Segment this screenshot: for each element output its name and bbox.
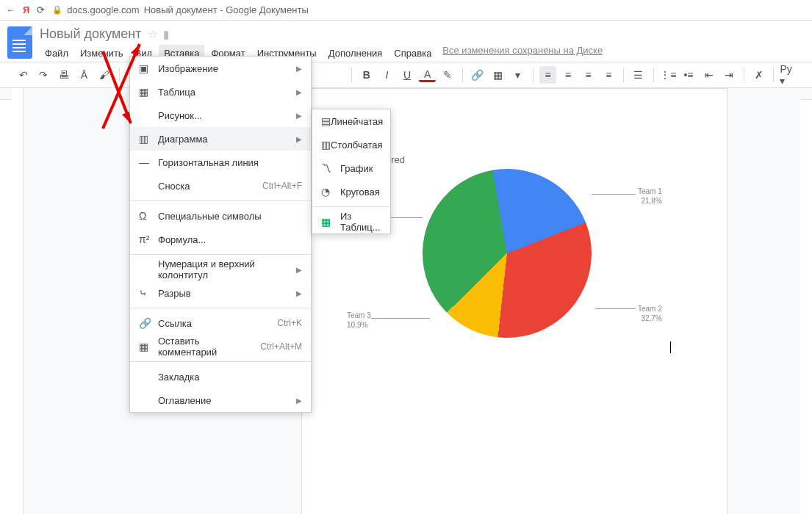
insert-headers[interactable]: Нумерация и верхний колонтитул▶ — [130, 258, 311, 281]
undo-icon[interactable]: ↶ — [15, 66, 32, 84]
outdent-icon[interactable]: ⇤ — [700, 66, 718, 84]
chart-pie[interactable]: ◔Круговая — [312, 180, 390, 203]
menu-file[interactable]: Файл — [40, 45, 73, 62]
insert-break[interactable]: ⤷Разрыв▶ — [130, 281, 311, 305]
bulleted-list-icon[interactable]: •≡ — [680, 66, 697, 84]
link-icon[interactable]: 🔗 — [469, 66, 486, 84]
docs-logo[interactable] — [7, 26, 32, 59]
menu-edit[interactable]: Изменить — [75, 45, 129, 62]
chart-bar[interactable]: ▤Линейчатая — [312, 109, 390, 133]
pie-label-team1: Team 121,8% — [638, 187, 662, 206]
chart-column[interactable]: ▥Столбчатая — [312, 133, 390, 156]
clear-format-icon[interactable]: ✗ — [750, 66, 768, 84]
align-right-icon[interactable]: ≡ — [580, 66, 597, 84]
insert-toc[interactable]: Оглавление▶ — [130, 388, 311, 412]
chevron-right-icon: ▶ — [296, 135, 302, 143]
chart-sheets[interactable]: ▦Из Таблиц... — [312, 210, 390, 234]
chevron-right-icon: ▶ — [296, 289, 302, 297]
print-icon[interactable]: 🖶 — [55, 66, 73, 84]
omega-icon: Ω — [139, 210, 158, 222]
insert-bookmark[interactable]: Закладка — [130, 365, 311, 388]
highlight-icon[interactable]: ✎ — [439, 66, 456, 84]
insert-link[interactable]: 🔗СсылкаCtrl+K — [130, 311, 311, 335]
lock-icon: 🔒 — [52, 5, 62, 15]
link-icon: 🔗 — [139, 317, 158, 329]
comment-icon[interactable]: ▦ — [489, 66, 507, 84]
chevron-right-icon: ▶ — [296, 112, 302, 120]
insert-drawing[interactable]: Рисунок...▶ — [130, 104, 311, 127]
insert-chart[interactable]: ▥Диаграмма▶ — [130, 127, 311, 151]
leader-line — [371, 318, 430, 319]
leader-line — [592, 194, 636, 195]
align-center-icon[interactable]: ≡ — [559, 66, 577, 84]
chevron-right-icon: ▶ — [296, 266, 302, 274]
insert-comment[interactable]: ▦Оставить комментарийCtrl+Alt+M — [130, 335, 311, 358]
line-spacing-icon[interactable]: ☰ — [630, 66, 647, 84]
reload-icon[interactable]: ⟳ — [37, 4, 45, 15]
indent-icon[interactable]: ⇥ — [720, 66, 738, 84]
italic-icon[interactable]: I — [378, 66, 396, 84]
text-cursor — [670, 341, 671, 353]
image-icon: ▣ — [139, 62, 158, 74]
align-left-icon[interactable]: ≡ — [539, 66, 557, 84]
bar-chart-icon: ▤ — [321, 115, 331, 127]
insert-hr[interactable]: —Горизонтальная линия — [130, 151, 311, 174]
insert-formula[interactable]: π²Формула... — [130, 228, 311, 251]
insert-image[interactable]: ▣Изображение▶ — [130, 57, 311, 80]
spellcheck-icon[interactable]: Ā — [76, 66, 93, 84]
comment-icon: ▦ — [139, 341, 158, 352]
chart-submenu: ▤Линейчатая ▥Столбчатая 〽График ◔Кругова… — [312, 109, 391, 234]
align-justify-icon[interactable]: ≡ — [600, 66, 617, 84]
paint-format-icon[interactable]: 🖌 — [96, 66, 113, 84]
pie-label-team2: Team 232,7% — [638, 304, 662, 323]
doc-title[interactable]: Новый документ — [40, 26, 142, 42]
pie-chart-icon: ◔ — [321, 186, 340, 198]
pi-icon: π² — [139, 234, 158, 245]
url-host: docs.google.com — [67, 4, 139, 15]
text-color-icon[interactable]: A — [419, 68, 436, 82]
insert-dropdown: ▣Изображение▶ ▦Таблица▶ Рисунок...▶ ▥Диа… — [129, 56, 312, 413]
table-icon: ▦ — [139, 86, 158, 98]
column-chart-icon: ▥ — [321, 139, 331, 151]
numbered-list-icon[interactable]: ⋮≡ — [660, 66, 678, 84]
insert-special[interactable]: ΩСпециальные символы — [130, 204, 311, 228]
sheets-icon: ▦ — [321, 216, 340, 228]
chart-line[interactable]: 〽График — [312, 156, 390, 180]
line-chart-icon: 〽 — [321, 162, 340, 174]
hr-icon: — — [139, 156, 158, 168]
leader-line — [595, 308, 636, 309]
yandex-icon[interactable]: Я — [23, 4, 29, 15]
star-icon[interactable]: ☆ — [148, 28, 157, 41]
underline-icon[interactable]: U — [398, 66, 416, 84]
image-icon[interactable]: ▾ — [509, 66, 527, 84]
redo-icon[interactable]: ↷ — [35, 66, 53, 84]
chevron-right-icon: ▶ — [296, 88, 302, 96]
pie-label-team3: Team 310,9% — [347, 311, 371, 330]
input-tools-icon[interactable]: Ру ▾ — [780, 66, 797, 84]
chevron-right-icon: ▶ — [296, 397, 302, 405]
bold-icon[interactable]: B — [358, 66, 376, 84]
vertical-ruler[interactable] — [12, 88, 24, 514]
insert-table[interactable]: ▦Таблица▶ — [130, 80, 311, 104]
pie-chart[interactable] — [423, 169, 592, 338]
chevron-right-icon: ▶ — [296, 65, 302, 73]
back-icon[interactable]: ← — [6, 4, 15, 15]
menu-addons[interactable]: Дополнения — [323, 45, 388, 62]
menu-help[interactable]: Справка — [389, 45, 436, 62]
address-bar[interactable]: 🔒 docs.google.com Новый документ - Googl… — [52, 4, 308, 15]
page-title: Новый документ - Google Документы — [144, 4, 309, 15]
break-icon: ⤷ — [139, 287, 158, 299]
insert-footnote[interactable]: СноскаCtrl+Alt+F — [130, 174, 311, 198]
save-status[interactable]: Все изменения сохранены на Диске — [442, 45, 603, 62]
folder-icon[interactable]: ▮ — [163, 28, 169, 41]
chart-icon: ▥ — [139, 133, 158, 145]
